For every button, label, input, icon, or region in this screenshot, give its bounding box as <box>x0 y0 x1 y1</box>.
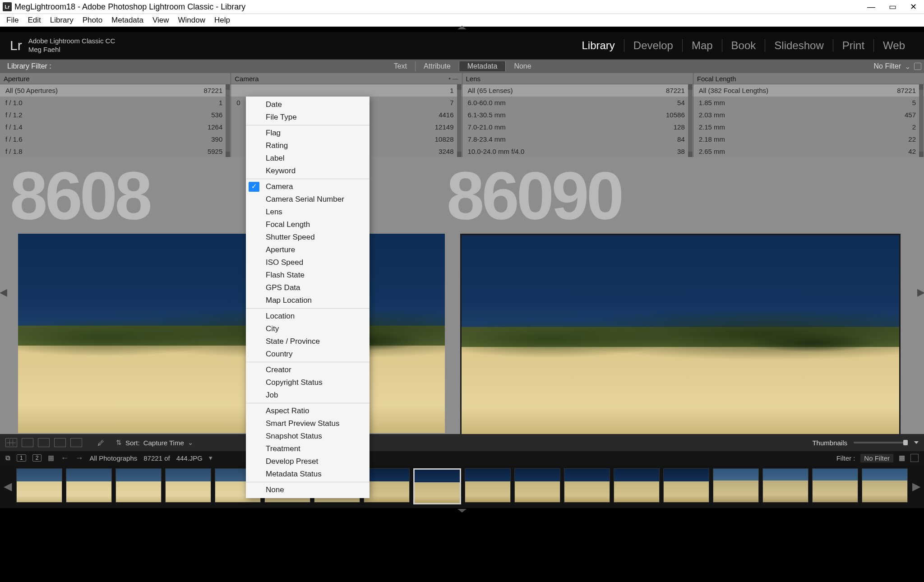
menu-photo[interactable]: Photo <box>78 15 107 26</box>
dropdown-item-camera-serial-number[interactable]: Camera Serial Number <box>246 193 370 206</box>
dropdown-item-none[interactable]: None <box>246 484 370 496</box>
filmstrip-thumb[interactable] <box>364 468 410 503</box>
metadata-column-header[interactable]: Lens <box>462 73 693 84</box>
filter-mode-attribute[interactable]: Attribute <box>415 61 459 71</box>
filmstrip-scroll-left[interactable]: ◀ <box>3 467 13 506</box>
dropdown-item-develop-preset[interactable]: Develop Preset <box>246 455 370 468</box>
menu-library[interactable]: Library <box>46 15 78 26</box>
metadata-row[interactable]: f / 1.85925 <box>0 145 231 157</box>
dropdown-item-metadata-status[interactable]: Metadata Status <box>246 468 370 480</box>
metadata-row[interactable]: 1 <box>231 84 462 97</box>
source-context[interactable]: All Photographs <box>89 454 137 462</box>
metadata-row[interactable]: 6.0-60.0 mm54 <box>462 97 693 109</box>
filter-mode-metadata[interactable]: Metadata <box>459 61 506 71</box>
dropdown-item-creator[interactable]: Creator <box>246 364 370 376</box>
filmstrip-thumb[interactable] <box>713 468 759 503</box>
metadata-row[interactable]: 2.15 mm2 <box>693 121 924 133</box>
dropdown-item-label[interactable]: Label <box>246 152 370 165</box>
filmstrip-thumb[interactable] <box>514 468 560 503</box>
dropdown-item-iso-speed[interactable]: ISO Speed <box>246 256 370 269</box>
dropdown-item-smart-preview-status[interactable]: Smart Preview Status <box>246 417 370 430</box>
metadata-row[interactable]: f / 1.6390 <box>0 133 231 145</box>
filmstrip-scroll-right[interactable]: ▶ <box>911 467 921 506</box>
filter-mode-none[interactable]: None <box>505 61 539 71</box>
dropdown-item-city[interactable]: City <box>246 323 370 335</box>
dropdown-item-gps-data[interactable]: GPS Data <box>246 282 370 294</box>
metadata-column-header[interactable]: Camera• — <box>231 73 462 84</box>
dropdown-item-file-type[interactable]: File Type <box>246 111 370 124</box>
loupe-view-button[interactable] <box>22 438 33 447</box>
filmstrip-thumb[interactable] <box>862 468 908 503</box>
filter-switch[interactable] <box>910 454 919 462</box>
metadata-row[interactable]: 2.65 mm42 <box>693 145 924 157</box>
metadata-row[interactable]: 6.1-30.5 mm10586 <box>462 109 693 121</box>
filter-mode-text[interactable]: Text <box>386 61 415 71</box>
filmstrip-thumb[interactable] <box>663 468 709 503</box>
bottom-panel-handle[interactable] <box>0 508 924 513</box>
metadata-row[interactable]: All (382 Focal Lengths)87221 <box>693 84 924 97</box>
loupe-image-b[interactable] <box>460 234 901 434</box>
filmstrip-thumb[interactable] <box>116 468 162 503</box>
dropdown-item-location[interactable]: Location <box>246 310 370 323</box>
menu-metadata[interactable]: Metadata <box>107 15 148 26</box>
grid-view-button[interactable] <box>5 438 17 447</box>
metadata-row[interactable]: 7.0-21.0 mm128 <box>462 121 693 133</box>
metadata-row[interactable]: f / 1.2536 <box>0 109 231 121</box>
filmstrip-thumb[interactable] <box>16 468 62 503</box>
filmstrip-thumb[interactable] <box>762 468 808 503</box>
thumbnail-size-slider[interactable] <box>854 442 908 443</box>
filmstrip-thumb[interactable] <box>165 468 211 503</box>
dropdown-item-date[interactable]: Date <box>246 98 370 111</box>
module-tab-develop[interactable]: Develop <box>624 39 682 52</box>
dropdown-item-snapshot-status[interactable]: Snapshot Status <box>246 430 370 443</box>
filmstrip-thumb[interactable] <box>564 468 610 503</box>
metadata-row[interactable]: f / 1.01 <box>0 97 231 109</box>
module-tab-slideshow[interactable]: Slideshow <box>765 39 832 52</box>
next-source-button[interactable]: → <box>75 453 83 463</box>
scrollbar[interactable] <box>226 84 230 157</box>
filmstrip-thumb[interactable] <box>413 468 461 504</box>
metadata-row[interactable]: 2.18 mm22 <box>693 133 924 145</box>
grid-icon[interactable]: ▦ <box>48 454 54 462</box>
survey-view-button[interactable] <box>54 438 66 447</box>
prev-source-button[interactable]: ← <box>60 453 69 463</box>
menu-file[interactable]: File <box>2 15 23 26</box>
dropdown-item-shutter-speed[interactable]: Shutter Speed <box>246 231 370 244</box>
people-view-button[interactable] <box>70 438 82 447</box>
filmstrip-thumb[interactable] <box>614 468 660 503</box>
sort-value[interactable]: Capture Time <box>143 439 184 447</box>
module-tab-print[interactable]: Print <box>833 39 873 52</box>
metadata-column-header[interactable]: Aperture <box>0 73 231 84</box>
painter-icon[interactable]: 🖉 <box>97 439 104 447</box>
metadata-row[interactable]: All (50 Apertures)87221 <box>0 84 231 97</box>
module-tab-map[interactable]: Map <box>682 39 722 52</box>
menu-window[interactable]: Window <box>174 15 210 26</box>
toolbar-menu-button[interactable] <box>914 441 919 444</box>
dropdown-item-aperture[interactable]: Aperture <box>246 244 370 256</box>
scrollbar[interactable] <box>688 84 693 157</box>
dropdown-item-job[interactable]: Job <box>246 389 370 402</box>
module-tab-library[interactable]: Library <box>573 39 624 52</box>
menu-view[interactable]: View <box>148 15 174 26</box>
dropdown-item-flash-state[interactable]: Flash State <box>246 269 370 282</box>
dropdown-item-aspect-ratio[interactable]: Aspect Ratio <box>246 405 370 417</box>
right-panel-handle[interactable]: ▶ <box>918 283 924 301</box>
dropdown-item-country[interactable]: Country <box>246 348 370 360</box>
maximize-button[interactable]: ▭ <box>889 2 896 12</box>
window-badge-2[interactable]: 2 <box>32 454 42 462</box>
compare-view-button[interactable] <box>38 438 50 447</box>
dropdown-item-focal-length[interactable]: Focal Length <box>246 218 370 231</box>
filmstrip-thumb[interactable] <box>812 468 858 503</box>
dropdown-item-camera[interactable]: Camera <box>246 180 370 193</box>
scrollbar[interactable] <box>919 84 924 157</box>
dropdown-item-lens[interactable]: Lens <box>246 206 370 218</box>
metadata-row[interactable]: 1.85 mm5 <box>693 97 924 109</box>
dropdown-item-rating[interactable]: Rating <box>246 139 370 152</box>
scrollbar[interactable] <box>457 84 462 157</box>
close-button[interactable]: ✕ <box>910 2 917 12</box>
metadata-row[interactable]: 7.8-23.4 mm84 <box>462 133 693 145</box>
metadata-row[interactable]: 2.03 mm457 <box>693 109 924 121</box>
metadata-row[interactable]: 10.0-24.0 mm f/4.038 <box>462 145 693 157</box>
module-tab-book[interactable]: Book <box>722 39 765 52</box>
dropdown-item-map-location[interactable]: Map Location <box>246 294 370 307</box>
